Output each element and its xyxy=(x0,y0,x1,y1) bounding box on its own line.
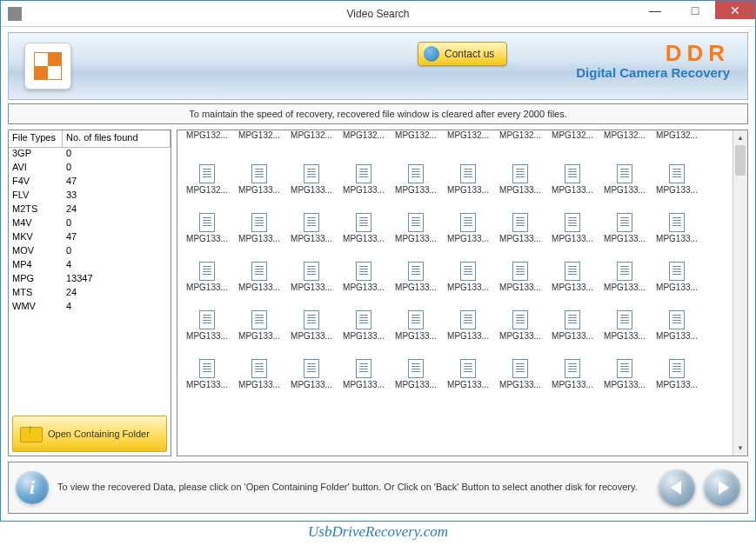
file-item[interactable]: MPG133... xyxy=(546,195,599,243)
file-item[interactable]: MPG133... xyxy=(390,292,442,341)
file-item[interactable]: MPG132... xyxy=(494,130,546,140)
file-item[interactable]: MPG133... xyxy=(442,341,494,389)
close-button[interactable]: ✕ xyxy=(715,1,755,19)
cell-count: 33 xyxy=(63,190,171,203)
table-row[interactable]: MKV47 xyxy=(9,231,171,245)
table-row[interactable]: 3GP0 xyxy=(9,148,171,162)
file-item[interactable]: MPG133... xyxy=(285,146,338,195)
file-item[interactable]: MPG133... xyxy=(181,243,233,292)
file-item[interactable]: MPG133... xyxy=(442,243,494,292)
file-item[interactable]: MPG133... xyxy=(338,195,390,243)
file-item[interactable]: MPG133... xyxy=(390,243,442,292)
contact-us-button[interactable]: Contact us xyxy=(418,42,507,66)
file-item[interactable]: MPG133... xyxy=(599,243,651,292)
file-item[interactable]: MPG133... xyxy=(390,146,442,195)
table-row[interactable]: M2TS24 xyxy=(9,203,171,217)
file-item[interactable]: MPG133... xyxy=(338,292,390,341)
file-item[interactable]: MPG133... xyxy=(233,341,285,389)
col-count[interactable]: No. of files found xyxy=(63,130,171,147)
table-row[interactable]: AVI0 xyxy=(9,162,171,176)
vertical-scrollbar[interactable]: ▲ ▼ xyxy=(733,130,747,456)
file-item[interactable]: MPG133... xyxy=(651,195,703,243)
file-item[interactable]: MPG133... xyxy=(546,243,599,292)
next-button[interactable] xyxy=(704,469,740,506)
file-item[interactable]: MPG133... xyxy=(233,195,285,243)
file-item[interactable]: MPG132... xyxy=(651,130,703,140)
minimize-button[interactable]: — xyxy=(635,1,675,19)
table-row[interactable]: MOV0 xyxy=(9,245,171,259)
scroll-up-arrow[interactable]: ▲ xyxy=(733,130,747,145)
file-item[interactable]: MPG133... xyxy=(494,341,546,389)
cell-count: 0 xyxy=(63,162,171,176)
file-item[interactable]: MPG133... xyxy=(442,146,494,195)
file-item[interactable]: MPG133... xyxy=(546,292,599,341)
file-item[interactable]: MPG133... xyxy=(494,146,546,195)
file-label: MPG132... xyxy=(186,185,228,195)
table-row[interactable]: MPG13347 xyxy=(9,273,171,287)
file-item[interactable]: MPG133... xyxy=(338,341,390,389)
file-item[interactable]: MPG133... xyxy=(546,341,599,389)
video-file-icon xyxy=(565,164,580,183)
table-row[interactable]: MTS24 xyxy=(9,287,171,301)
file-grid[interactable]: MPG132...MPG132...MPG132...MPG132...MPG1… xyxy=(177,130,732,456)
file-item[interactable]: MPG133... xyxy=(599,341,651,389)
file-item[interactable]: MPG133... xyxy=(338,146,390,195)
table-row[interactable]: FLV33 xyxy=(9,190,171,203)
table-row[interactable]: F4V47 xyxy=(9,176,171,190)
file-item[interactable]: MPG133... xyxy=(494,243,546,292)
file-item[interactable]: MPG133... xyxy=(285,341,338,389)
file-item[interactable]: MPG132... xyxy=(181,146,233,195)
file-item[interactable]: MPG133... xyxy=(651,146,703,195)
file-item[interactable]: MPG133... xyxy=(338,243,390,292)
file-item[interactable]: MPG132... xyxy=(442,130,494,140)
file-item[interactable]: MPG133... xyxy=(599,146,651,195)
file-item[interactable]: MPG133... xyxy=(285,195,338,243)
file-item[interactable]: MPG133... xyxy=(390,195,442,243)
file-item[interactable]: MPG132... xyxy=(390,130,442,140)
maximize-button[interactable]: □ xyxy=(675,1,715,19)
cell-type: FLV xyxy=(9,190,63,203)
file-item[interactable]: MPG132... xyxy=(285,130,338,140)
file-item[interactable]: MPG133... xyxy=(442,292,494,341)
file-item[interactable]: MPG133... xyxy=(390,341,442,389)
file-item[interactable]: MPG133... xyxy=(233,146,285,195)
file-item[interactable]: MPG133... xyxy=(599,292,651,341)
file-item[interactable]: MPG132... xyxy=(181,130,233,140)
file-item[interactable]: MPG132... xyxy=(546,130,599,140)
file-label: MPG133... xyxy=(656,331,698,341)
file-item[interactable]: MPG133... xyxy=(181,341,233,389)
file-label: MPG133... xyxy=(656,380,698,389)
file-item[interactable]: MPG133... xyxy=(181,292,233,341)
file-item[interactable]: MPG132... xyxy=(233,130,285,140)
file-item[interactable]: MPG133... xyxy=(651,243,703,292)
file-item[interactable]: MPG133... xyxy=(651,341,703,389)
file-item[interactable]: MPG132... xyxy=(599,130,651,140)
file-item[interactable]: MPG133... xyxy=(494,292,546,341)
file-item[interactable]: MPG133... xyxy=(442,195,494,243)
logo-pattern-icon xyxy=(34,52,62,80)
file-label: MPG133... xyxy=(499,185,541,195)
file-item[interactable]: MPG133... xyxy=(285,243,338,292)
file-item[interactable]: MPG133... xyxy=(285,292,338,341)
file-item[interactable]: MPG133... xyxy=(599,195,651,243)
file-item[interactable]: MPG133... xyxy=(233,243,285,292)
file-item[interactable]: MPG133... xyxy=(546,146,599,195)
table-row[interactable]: MP44 xyxy=(9,259,171,273)
table-row[interactable]: WMV4 xyxy=(9,301,171,315)
scroll-thumb[interactable] xyxy=(735,145,746,176)
file-item[interactable]: MPG133... xyxy=(494,195,546,243)
col-file-types[interactable]: File Types xyxy=(9,130,63,147)
video-file-icon xyxy=(304,262,319,281)
file-label: MPG133... xyxy=(291,380,332,389)
file-item[interactable]: MPG133... xyxy=(651,292,703,341)
video-file-icon xyxy=(199,262,215,281)
table-row[interactable]: M4V0 xyxy=(9,217,171,231)
open-containing-folder-button[interactable]: Open Containing Folder xyxy=(12,416,167,452)
file-label: MPG133... xyxy=(395,234,437,243)
file-label: MPG132... xyxy=(343,130,385,140)
file-item[interactable]: MPG133... xyxy=(181,195,233,243)
back-button[interactable] xyxy=(659,469,695,506)
file-item[interactable]: MPG132... xyxy=(338,130,390,140)
file-item[interactable]: MPG133... xyxy=(233,292,285,341)
scroll-down-arrow[interactable]: ▼ xyxy=(733,441,747,456)
